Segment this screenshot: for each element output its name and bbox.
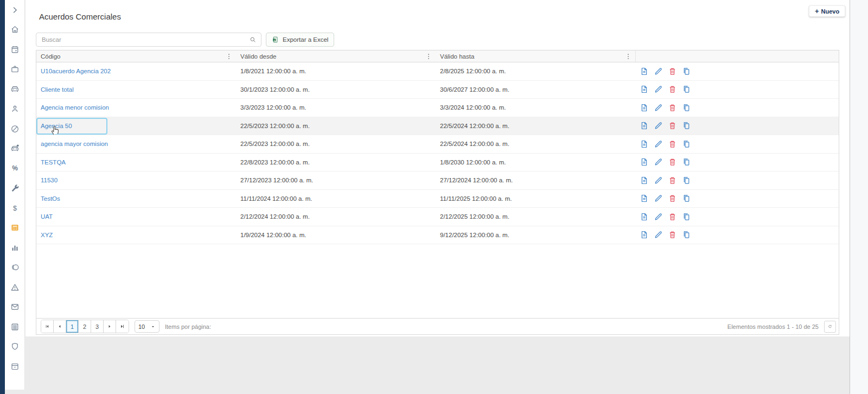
page-prev-icon	[57, 323, 62, 329]
copy-button[interactable]	[682, 66, 692, 76]
codigo-link[interactable]: Agencia menor comision	[41, 104, 109, 111]
copy-button[interactable]	[682, 194, 692, 204]
codigo-link[interactable]: agencia mayor comision	[41, 141, 108, 147]
view-button[interactable]	[640, 175, 649, 185]
sidebar-item-car[interactable]	[5, 79, 25, 99]
copy-button[interactable]	[682, 230, 692, 240]
codigo-link[interactable]: Cliente total	[41, 86, 74, 93]
copy-button[interactable]	[682, 175, 692, 185]
delete-button[interactable]	[668, 66, 678, 76]
home-icon	[10, 25, 20, 34]
delete-button[interactable]	[668, 175, 678, 185]
codigo-link[interactable]: U10acuerdo Agencia 202	[41, 68, 111, 74]
view-button[interactable]	[640, 66, 649, 76]
delete-button[interactable]	[668, 194, 678, 204]
column-menu-kebab-icon[interactable]	[624, 53, 632, 60]
delete-button[interactable]	[668, 103, 678, 112]
grid-body: U10acuerdo Agencia 202 1/8/2021 12:00:00…	[36, 62, 839, 244]
edit-button[interactable]	[654, 103, 663, 112]
view-button[interactable]	[640, 85, 649, 94]
edit-button[interactable]	[654, 175, 663, 185]
pager-next-button[interactable]	[104, 320, 116, 333]
new-button[interactable]: + Nuevo	[809, 5, 845, 17]
sidebar-item-mail[interactable]	[5, 297, 25, 317]
search-icon[interactable]	[249, 36, 257, 43]
delete-button[interactable]	[668, 157, 678, 167]
codigo-link[interactable]: TESTQA	[41, 159, 66, 166]
sidebar-item-bar-chart[interactable]	[5, 238, 25, 258]
delete-button[interactable]	[668, 121, 678, 131]
edit-button[interactable]	[654, 85, 663, 94]
sidebar-item-block[interactable]	[5, 119, 25, 139]
copy-button[interactable]	[682, 85, 692, 94]
sidebar-item-warning[interactable]	[5, 277, 25, 297]
sidebar-item-wrench[interactable]	[5, 179, 25, 199]
copy-button[interactable]	[682, 121, 692, 131]
pencil-icon	[654, 85, 663, 94]
sidebar-item-notes[interactable]	[5, 317, 25, 337]
edit-button[interactable]	[654, 66, 663, 76]
view-button[interactable]	[640, 212, 649, 221]
pager-first-button[interactable]	[41, 320, 54, 333]
sidebar-item-dollar[interactable]	[5, 198, 25, 218]
view-button[interactable]	[640, 157, 649, 167]
copy-icon	[682, 212, 691, 221]
sidebar-item-briefcase[interactable]	[5, 60, 25, 80]
content-bottom-area	[25, 336, 850, 394]
copy-button[interactable]	[682, 212, 692, 221]
column-menu-kebab-icon[interactable]	[425, 53, 432, 60]
table-row: 11530 27/12/2023 12:00:00 a. m. 27/12/20…	[36, 171, 839, 190]
codigo-link[interactable]: 11530	[41, 177, 58, 183]
codigo-link[interactable]: Agencia 50	[41, 123, 72, 129]
sidebar-item-agreements[interactable]	[5, 218, 25, 238]
codigo-link[interactable]: UAT	[41, 213, 53, 220]
sidebar-item-car-alert[interactable]	[5, 139, 25, 159]
sidebar-item-home[interactable]	[5, 20, 25, 40]
pager-last-button[interactable]	[116, 320, 129, 333]
sidebar-item-percent[interactable]	[5, 158, 25, 179]
delete-button[interactable]	[668, 85, 678, 94]
data-grid: Código Válido desde Válido hasta U10acue…	[36, 50, 839, 335]
sidebar-item-chevron-right[interactable]	[5, 0, 25, 20]
codigo-link[interactable]: TestOs	[41, 195, 60, 202]
copy-button[interactable]	[682, 103, 692, 112]
pencil-icon	[654, 103, 663, 112]
edit-button[interactable]	[654, 121, 663, 131]
edit-button[interactable]	[654, 212, 663, 221]
view-button[interactable]	[640, 121, 649, 131]
copy-button[interactable]	[682, 139, 692, 149]
sidebar-item-calendar[interactable]	[5, 40, 25, 60]
pager-prev-button[interactable]	[54, 320, 66, 333]
delete-button[interactable]	[668, 230, 678, 240]
edit-button[interactable]	[654, 230, 663, 240]
cell-valido-desde: 1/9/2024 12:00:00 a. m.	[236, 226, 436, 244]
page-size-select[interactable]: 10	[135, 320, 159, 333]
refresh-button[interactable]	[824, 321, 836, 333]
column-menu-kebab-icon[interactable]	[225, 53, 233, 60]
sidebar-item-shield[interactable]	[5, 337, 25, 357]
view-button[interactable]	[640, 139, 649, 149]
chevron-right-icon	[10, 5, 20, 15]
view-button[interactable]	[640, 194, 649, 204]
copy-icon	[682, 103, 691, 112]
sidebar-item-archive[interactable]	[5, 357, 25, 377]
delete-button[interactable]	[668, 212, 678, 221]
sidebar-item-coins[interactable]	[5, 258, 25, 278]
edit-button[interactable]	[654, 139, 663, 149]
search-input[interactable]	[41, 36, 249, 43]
document-icon	[640, 121, 649, 130]
sidebar-item-person[interactable]	[5, 99, 25, 119]
copy-button[interactable]	[682, 157, 692, 167]
export-excel-button[interactable]: Exportar a Excel	[266, 33, 334, 47]
bar-chart-icon	[10, 243, 20, 252]
pager-page-1[interactable]: 1	[66, 320, 79, 333]
pager-page-3[interactable]: 3	[91, 320, 104, 333]
delete-button[interactable]	[668, 139, 678, 149]
edit-button[interactable]	[654, 157, 663, 167]
cell-actions	[635, 171, 839, 189]
edit-button[interactable]	[654, 194, 663, 204]
codigo-link[interactable]: XYZ	[41, 232, 53, 238]
view-button[interactable]	[640, 230, 649, 240]
pager-page-2[interactable]: 2	[79, 320, 91, 333]
view-button[interactable]	[640, 103, 649, 112]
